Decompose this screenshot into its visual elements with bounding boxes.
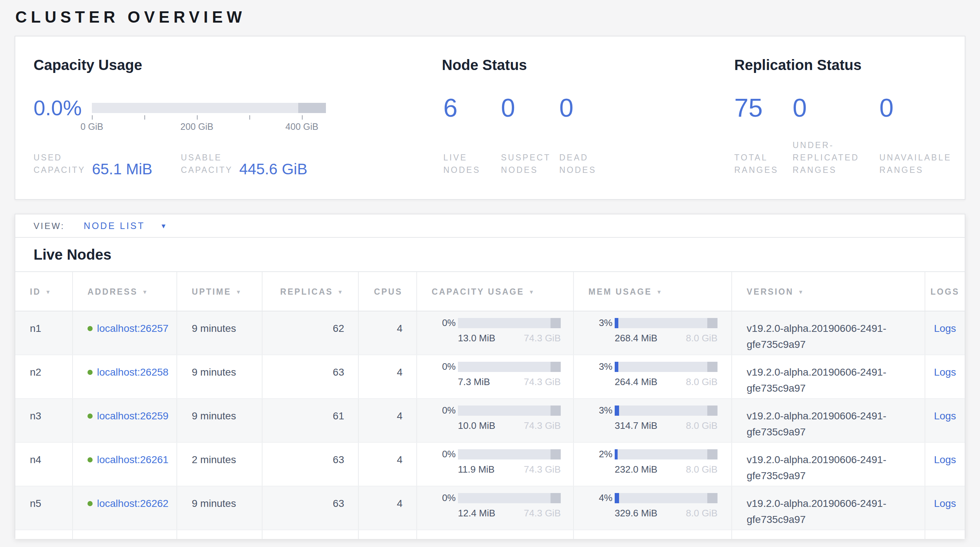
capacity-usage-bar bbox=[458, 405, 561, 416]
node-cpus-cell: 4 bbox=[359, 443, 417, 486]
node-logs-link[interactable]: Logs bbox=[934, 322, 956, 334]
cluster-overview-page: CLUSTER OVERVIEW Capacity Usage 0.0% 0 G… bbox=[0, 0, 980, 547]
node-id-cell: n4 bbox=[15, 443, 73, 486]
node-version-cell: v19.2.0-alpha.20190606-2491-gfe735c9a97 bbox=[732, 399, 925, 442]
mem-usage-cell: 3% 314.7 MiB 8.0 GiB bbox=[574, 399, 732, 442]
node-address-cell: localhost:26257 bbox=[73, 312, 177, 355]
node-version-value: v19.2.0-alpha.20190606-2491-gfe735c9a97 bbox=[747, 320, 910, 352]
node-logs-link[interactable]: Logs bbox=[934, 366, 956, 378]
used-capacity-label: USED CAPACITY bbox=[33, 152, 85, 177]
mem-percent: 3% bbox=[597, 362, 612, 372]
node-address-link[interactable]: localhost:26261 bbox=[97, 454, 169, 465]
node-replicas-cell: 63 bbox=[262, 443, 359, 486]
node-logs-link[interactable]: Logs bbox=[934, 454, 956, 465]
unavailable-ranges-label: UNAVAILABLE RANGES bbox=[880, 152, 959, 177]
sort-arrow-icon: ▼ bbox=[45, 289, 52, 296]
capacity-usage-cell: 0% 11.9 MiB 74.3 GiB bbox=[417, 443, 574, 486]
node-uptime-cell: 9 minutes bbox=[177, 355, 262, 398]
capacity-usage-cell: 0% 13.0 MiB 74.3 GiB bbox=[417, 312, 574, 355]
axis-tick-label: 200 GiB bbox=[180, 122, 213, 132]
node-uptime-cell: 2 minutes bbox=[177, 443, 262, 486]
column-header-capacity-usage[interactable]: CAPACITY USAGE ▼ bbox=[417, 272, 574, 311]
node-cpus-cell: 4 bbox=[359, 487, 417, 530]
suspect-nodes-value: 0 bbox=[501, 95, 558, 121]
mem-usage-cell: 2% 232.0 MiB 8.0 GiB bbox=[574, 443, 732, 486]
node-list-panel: VIEW: NODE LIST ▼ Live Nodes ID ▼ ADDRES… bbox=[14, 214, 966, 538]
column-header-version[interactable]: VERSION ▼ bbox=[732, 272, 925, 311]
column-header-id[interactable]: ID ▼ bbox=[15, 272, 73, 311]
node-logs-link[interactable]: Logs bbox=[934, 498, 956, 509]
mem-bar-fill bbox=[615, 405, 619, 416]
chevron-down-icon: ▼ bbox=[161, 222, 169, 229]
mem-used-value: 314.7 MiB bbox=[615, 420, 657, 432]
node-version-cell: v19.2.0-alpha.20190606-2491-gfe735c9a97 bbox=[732, 487, 925, 530]
used-capacity-value: 65.1 MiB bbox=[92, 161, 153, 178]
node-address-link[interactable]: localhost:26262 bbox=[97, 498, 169, 509]
capacity-total-value: 74.3 GiB bbox=[524, 376, 561, 388]
capacity-usage-bar bbox=[458, 493, 561, 503]
capacity-gauge-used-segment bbox=[298, 103, 326, 113]
mem-total-value: 8.0 GiB bbox=[686, 507, 718, 519]
node-version-cell: v19.2.0-alpha.20190606-2491-gfe735c9a97 bbox=[732, 443, 925, 486]
node-address-link[interactable]: localhost:26259 bbox=[97, 410, 169, 421]
mem-percent: 3% bbox=[597, 405, 612, 416]
capacity-percent: 0% bbox=[440, 449, 456, 460]
node-live-status-icon bbox=[88, 370, 92, 375]
node-version-value: v19.2.0-alpha.20190606-2491-gfe735c9a97 bbox=[747, 495, 910, 527]
dead-nodes-label: DEAD NODES bbox=[559, 152, 617, 177]
mem-used-value: 268.4 MiB bbox=[615, 332, 657, 344]
node-id-cell: n1 bbox=[15, 312, 73, 355]
unavailable-ranges-stat: 0 UNAVAILABLE RANGES bbox=[880, 95, 959, 177]
usable-capacity-stat: USABLE CAPACITY 445.6 GiB bbox=[181, 152, 307, 177]
capacity-usage-bar bbox=[458, 449, 561, 460]
node-address-cell: localhost:26262 bbox=[73, 487, 177, 530]
mem-total-value: 8.0 GiB bbox=[686, 420, 718, 432]
table-row-partial bbox=[15, 530, 965, 539]
column-header-address[interactable]: ADDRESS ▼ bbox=[73, 272, 177, 311]
total-ranges-stat: 75 TOTAL RANGES bbox=[734, 95, 791, 177]
node-cpus-cell: 4 bbox=[359, 399, 417, 442]
table-row: n3 localhost:26259 9 minutes 61 4 0% 10.… bbox=[15, 399, 965, 443]
mem-bar-fill bbox=[615, 449, 617, 460]
axis-tick bbox=[250, 115, 250, 119]
capacity-total-value: 74.3 GiB bbox=[524, 332, 561, 344]
view-toolbar: VIEW: NODE LIST ▼ bbox=[15, 215, 965, 238]
axis-tick-label: 400 GiB bbox=[285, 122, 318, 132]
capacity-usage-title: Capacity Usage bbox=[33, 57, 142, 74]
node-logs-link[interactable]: Logs bbox=[934, 410, 956, 421]
node-replicas-cell: 62 bbox=[262, 312, 359, 355]
mem-bar-end-segment bbox=[707, 362, 718, 372]
total-ranges-value: 75 bbox=[734, 95, 791, 121]
node-replicas-cell: 63 bbox=[262, 487, 359, 530]
node-logs-cell: Logs bbox=[925, 487, 965, 530]
table-row: n2 localhost:26258 9 minutes 63 4 0% 7.3… bbox=[15, 355, 965, 399]
node-logs-cell: Logs bbox=[925, 312, 965, 355]
column-header-replicas[interactable]: REPLICAS ▼ bbox=[262, 272, 359, 311]
capacity-used-value: 10.0 MiB bbox=[458, 420, 495, 432]
node-live-status-icon bbox=[88, 326, 92, 331]
node-logs-cell: Logs bbox=[925, 355, 965, 398]
live-nodes-label: LIVE NODES bbox=[443, 152, 501, 177]
mem-percent: 4% bbox=[597, 493, 612, 503]
node-address-link[interactable]: localhost:26257 bbox=[97, 322, 169, 334]
sort-arrow-icon: ▼ bbox=[529, 289, 535, 296]
node-uptime-cell: 9 minutes bbox=[177, 312, 262, 355]
capacity-bar-end-segment bbox=[550, 318, 561, 328]
node-cpus-cell: 4 bbox=[359, 312, 417, 355]
column-header-uptime[interactable]: UPTIME ▼ bbox=[177, 272, 262, 311]
mem-usage-cell: 3% 268.4 MiB 8.0 GiB bbox=[574, 312, 732, 355]
view-selector-dropdown[interactable]: NODE LIST ▼ bbox=[84, 221, 169, 231]
sort-arrow-icon: ▼ bbox=[656, 289, 663, 296]
sort-arrow-icon: ▼ bbox=[798, 289, 805, 296]
sort-arrow-icon: ▼ bbox=[236, 289, 242, 296]
view-label: VIEW: bbox=[33, 221, 65, 231]
node-status-title: Node Status bbox=[442, 57, 527, 74]
column-header-mem-usage[interactable]: MEM USAGE ▼ bbox=[574, 272, 732, 311]
axis-tick bbox=[197, 115, 197, 119]
node-id-cell: n5 bbox=[15, 487, 73, 530]
view-selected-value: NODE LIST bbox=[84, 221, 145, 231]
capacity-bar-end-segment bbox=[550, 449, 561, 460]
mem-total-value: 8.0 GiB bbox=[686, 464, 718, 475]
node-address-link[interactable]: localhost:26258 bbox=[97, 366, 169, 378]
capacity-used-percent: 0.0% bbox=[33, 96, 82, 120]
